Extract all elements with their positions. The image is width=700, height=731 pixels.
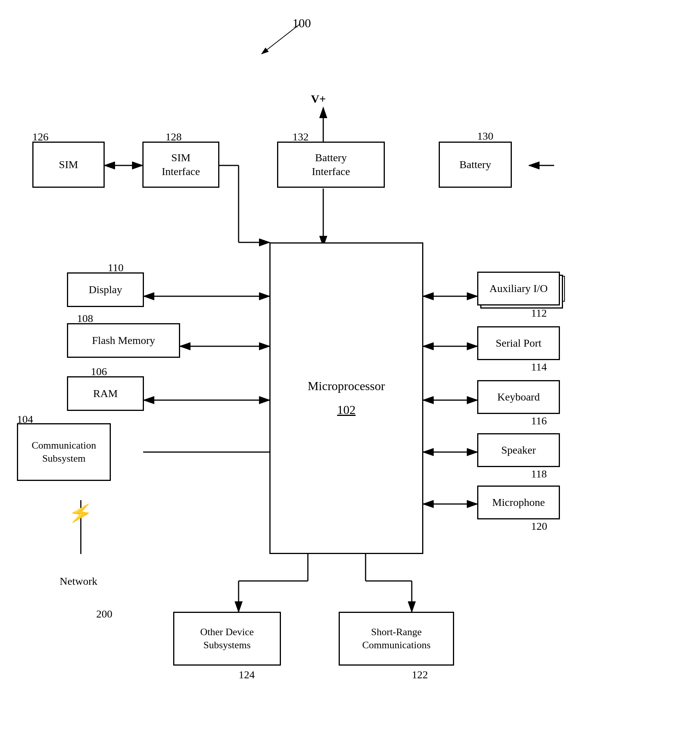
ref-128: 128 xyxy=(165,131,182,143)
ram-box: RAM xyxy=(67,376,144,411)
vplus-label: V+ xyxy=(311,92,326,105)
ref-114: 114 xyxy=(531,361,547,373)
ref-124: 124 xyxy=(239,669,255,681)
speaker-box: Speaker xyxy=(477,433,560,467)
patent-diagram: 100 SIM Interface (bidirectional) --> Mi… xyxy=(0,0,700,731)
other-device-box: Other DeviceSubsystems xyxy=(173,612,281,666)
ref-200: 200 xyxy=(96,608,112,620)
ref-126: 126 xyxy=(32,131,48,143)
flash-memory-box: Flash Memory xyxy=(67,323,180,358)
battery-box: Battery xyxy=(439,142,512,188)
ref-116: 116 xyxy=(531,415,547,427)
ref-132: 132 xyxy=(292,131,309,143)
auxiliary-io-box: Auxiliary I/O xyxy=(477,272,560,305)
svg-line-4 xyxy=(262,24,300,54)
ref-106: 106 xyxy=(91,366,107,378)
lightning-bolt: ⚡ xyxy=(67,500,94,526)
ref-118: 118 xyxy=(531,468,547,480)
keyboard-box: Keyboard xyxy=(477,380,560,414)
ref-110: 110 xyxy=(108,262,124,274)
comm-subsystem-box: CommunicationSubsystem xyxy=(17,423,111,481)
ref-112: 112 xyxy=(531,307,547,319)
display-box: Display xyxy=(67,272,144,307)
ref-122: 122 xyxy=(412,669,428,681)
battery-interface-box: BatteryInterface xyxy=(277,142,385,188)
sim-box: SIM xyxy=(32,142,105,188)
ref-120: 120 xyxy=(531,520,547,532)
ref-108: 108 xyxy=(77,312,93,325)
microprocessor-box: Microprocessor 102 xyxy=(269,242,423,554)
microphone-box: Microphone xyxy=(477,486,560,519)
ref-104: 104 xyxy=(17,413,33,426)
serial-port-box: Serial Port xyxy=(477,326,560,360)
network-cloud: Network xyxy=(36,550,121,612)
ref-130: 130 xyxy=(477,130,493,142)
short-range-box: Short-RangeCommunications xyxy=(339,612,454,666)
sim-interface-box: SIMInterface xyxy=(142,142,219,188)
